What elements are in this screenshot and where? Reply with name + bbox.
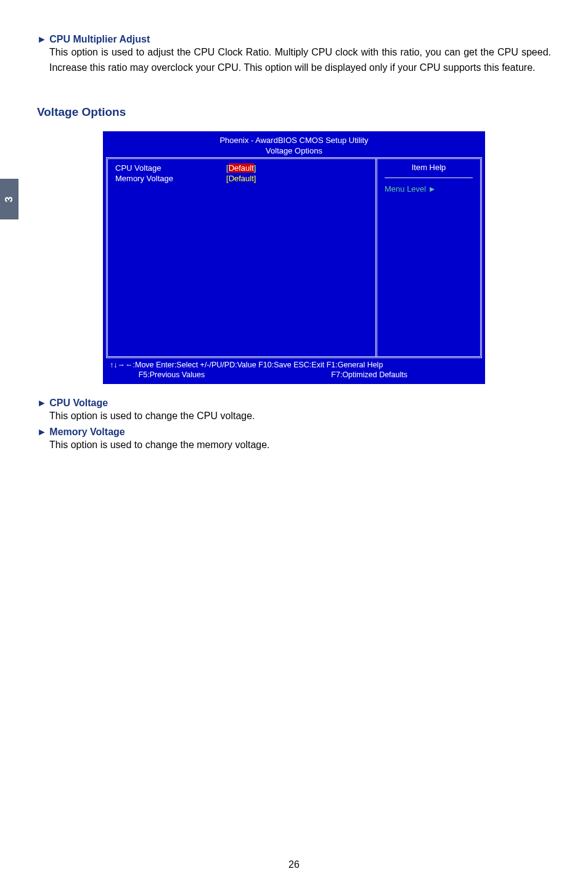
item-title: CPU Voltage	[49, 398, 108, 408]
bios-footer-f7: F7:Optimized Defaults	[331, 370, 407, 380]
bios-option-memory-voltage[interactable]: Memory Voltage [Default]	[115, 173, 368, 184]
item-heading-cpu-multiplier: ► CPU Multiplier Adjust	[37, 34, 551, 45]
item-heading-cpu-voltage: ► CPU Voltage	[37, 398, 551, 409]
chapter-side-tab: 3	[0, 179, 18, 219]
bios-help-heading: Item Help	[385, 163, 473, 178]
bios-menu-level: Menu Level ►	[385, 184, 473, 194]
bios-footer-line1: ↑↓→←:Move Enter:Select +/-/PU/PD:Value F…	[110, 360, 478, 370]
triangle-right-icon: ►	[37, 398, 47, 408]
chapter-number: 3	[4, 197, 14, 202]
triangle-right-icon: ►	[37, 34, 47, 44]
bios-title: Phoenix - AwardBIOS CMOS Setup Utility V…	[106, 134, 482, 157]
bios-option-cpu-voltage[interactable]: CPU Voltage [Default]	[115, 163, 368, 174]
item-description: This option is used to change the CPU vo…	[49, 409, 551, 424]
bios-footer-f5: F5:Previous Values	[139, 370, 205, 380]
bios-option-name: CPU Voltage	[115, 163, 226, 174]
bios-help-panel: Item Help Menu Level ►	[375, 159, 480, 356]
bios-option-value: [Default]	[226, 173, 256, 184]
item-title: CPU Multiplier Adjust	[49, 34, 150, 44]
bios-main-area: CPU Voltage [Default] Memory Voltage [De…	[106, 157, 482, 358]
item-description: This option is used to change the memory…	[49, 438, 551, 453]
section-title-voltage-options: Voltage Options	[37, 105, 551, 119]
item-heading-memory-voltage: ► Memory Voltage	[37, 427, 551, 438]
item-title: Memory Voltage	[49, 427, 125, 437]
page-number: 26	[0, 859, 588, 870]
page-content: ► CPU Multiplier Adjust This option is u…	[0, 0, 588, 453]
bios-title-line1: Phoenix - AwardBIOS CMOS Setup Utility	[219, 136, 368, 145]
triangle-right-icon: ►	[37, 427, 47, 437]
bios-options-list: CPU Voltage [Default] Memory Voltage [De…	[108, 159, 375, 356]
bios-title-line2: Voltage Options	[266, 146, 322, 155]
bios-footer-keys: ↑↓→←:Move Enter:Select +/-/PU/PD:Value F…	[106, 358, 482, 380]
bios-option-value: [Default]	[226, 163, 256, 174]
bios-screenshot: Phoenix - AwardBIOS CMOS Setup Utility V…	[103, 131, 485, 385]
item-description: This option is used to adjust the CPU Cl…	[49, 45, 551, 76]
bios-option-name: Memory Voltage	[115, 173, 226, 184]
